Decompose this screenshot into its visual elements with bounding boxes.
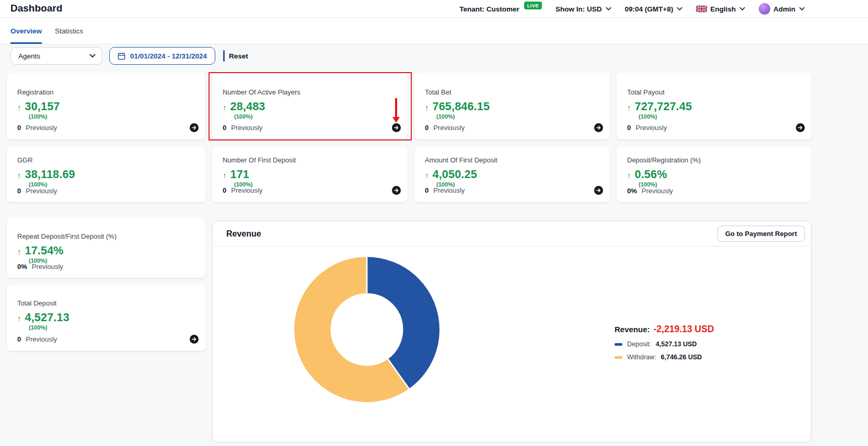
stat-card-number-of-first-deposit: Number Of First Deposit ↑171 (100%) 0Pre… (212, 147, 408, 202)
stat-card-registration: Registration ↑30,157 (100%) 0Previously (7, 73, 205, 139)
stat-card-title: Amount Of First Deposit (425, 156, 599, 164)
user-menu-dropdown[interactable]: Admin (759, 3, 805, 15)
go-to-detail-icon[interactable] (190, 123, 199, 132)
stat-card-title: Repeat Deposit/First Deposit (%) (17, 232, 195, 240)
revenue-panel-header: Revenue Go to Payment Report (213, 221, 811, 247)
stat-card-title: Deposit/Registration (%) (627, 156, 801, 164)
stat-card-title: Registration (17, 88, 195, 96)
stat-card-number-of-active-players: Number Of Active Players ↑28,483 (100%) … (212, 73, 408, 139)
previous-label: Previously (26, 124, 57, 132)
stat-card-percent: (100%) (234, 113, 397, 120)
revenue-panel: Revenue Go to Payment Report Revenue: -2… (212, 221, 812, 442)
trend-up-icon: ↑ (627, 171, 631, 180)
stat-card-value: 727,727.45 (635, 100, 692, 113)
stat-card-percent: (100%) (639, 113, 801, 120)
legend-item-withdraw: Withdraw: 6,746.26 USD (615, 354, 714, 361)
revenue-panel-title: Revenue (226, 229, 261, 239)
go-to-detail-icon[interactable] (392, 186, 401, 195)
chevron-down-icon (677, 7, 682, 11)
stat-card-percent: (100%) (436, 113, 599, 120)
withdraw-swatch (615, 356, 622, 359)
avatar (759, 3, 770, 15)
revenue-donut-chart (294, 257, 439, 402)
previous-label: Previously (231, 186, 262, 194)
uk-flag-icon (696, 5, 707, 13)
previous-value: 0% (627, 187, 637, 195)
chevron-down-icon (89, 54, 96, 58)
tab-overview[interactable]: Overview (10, 18, 42, 44)
currency-label: Show In: USD (555, 5, 602, 13)
previous-value: 0 (223, 124, 226, 132)
previous-label: Previously (642, 187, 673, 195)
deposit-swatch (615, 343, 622, 346)
trend-up-icon: ↑ (17, 247, 21, 256)
calendar-icon (118, 52, 125, 60)
trend-up-icon: ↑ (17, 103, 21, 112)
timezone-dropdown[interactable]: 09:04 (GMT+8) (625, 5, 683, 13)
tenant-label: Tenant: Customer (459, 5, 519, 13)
language-label: English (710, 5, 736, 13)
revenue-legend: Revenue: -2,219.13 USD Deposit: 4,527.13… (615, 324, 714, 361)
trend-up-icon: ↑ (425, 171, 429, 180)
tab-statistics[interactable]: Statistics (55, 18, 83, 44)
previous-label: Previously (32, 263, 63, 271)
trend-up-icon: ↑ (223, 103, 227, 112)
previous-value: 0 (223, 186, 226, 194)
trend-up-icon: ↑ (17, 314, 21, 323)
currency-dropdown[interactable]: Show In: USD (555, 5, 611, 13)
stat-card-ggr: GGR ↑38,118.69 (100%) 0Previously (7, 147, 205, 202)
go-to-detail-icon[interactable] (796, 123, 805, 132)
stat-card-repeat-deposit-first-deposit: Repeat Deposit/First Deposit (%) ↑17.54%… (7, 218, 205, 278)
page-title: Dashboard (10, 3, 62, 14)
stat-card-total-payout: Total Payout ↑727,727.45 (100%) 0Previou… (617, 73, 812, 139)
time-label: 09:04 (GMT+8) (625, 5, 674, 13)
stat-card-title: Total Bet (425, 88, 599, 96)
dashboard-page: Dashboard Tenant: Customer LIVE Show In:… (0, 0, 868, 446)
go-to-detail-icon[interactable] (392, 123, 401, 132)
reset-button[interactable]: Reset (229, 47, 248, 65)
stat-card-amount-of-first-deposit: Amount Of First Deposit ↑4,050.25 (100%)… (414, 147, 610, 202)
stat-card-total-bet: Total Bet ↑765,846.15 (100%) 0Previously (414, 73, 610, 139)
stat-card-percent: (100%) (29, 324, 195, 331)
stat-card-title: GGR (17, 156, 195, 164)
stat-card-value: 17.54% (25, 244, 64, 257)
previous-value: 0 (425, 124, 429, 132)
stat-card-value: 4,527.13 (25, 311, 70, 324)
trend-up-icon: ↑ (627, 103, 631, 112)
previous-label: Previously (26, 335, 57, 343)
chevron-down-icon (606, 7, 611, 11)
go-to-detail-icon[interactable] (190, 335, 199, 344)
top-bar-right: Tenant: Customer LIVE Show In: USD 09:04… (459, 0, 805, 18)
go-to-payment-report-button[interactable]: Go to Payment Report (717, 226, 805, 242)
stat-card-deposit-registration: Deposit/Registration (%) ↑0.56% (100%) 0… (617, 147, 812, 202)
user-label: Admin (773, 5, 795, 13)
previous-value: 0 (17, 124, 21, 132)
revenue-total-row: Revenue: -2,219.13 USD (615, 324, 714, 335)
language-dropdown[interactable]: English (696, 5, 745, 13)
agents-select-value: Agents (18, 52, 40, 60)
go-to-detail-icon[interactable] (594, 123, 603, 132)
trend-up-icon: ↑ (425, 103, 429, 112)
revenue-total-label: Revenue: (615, 325, 650, 334)
withdraw-value: 6,746.26 USD (661, 354, 702, 361)
chevron-down-icon (799, 7, 805, 11)
stat-card-value: 171 (230, 168, 249, 181)
donut-svg (294, 257, 439, 402)
date-range-picker[interactable]: 01/01/2024 - 12/31/2024 (109, 47, 215, 65)
previous-label: Previously (433, 124, 465, 132)
stat-card-value: 38,118.69 (25, 168, 75, 181)
withdraw-label: Withdraw: (627, 354, 656, 361)
chevron-down-icon (739, 7, 745, 11)
date-range-value: 01/01/2024 - 12/31/2024 (130, 52, 207, 60)
previous-label: Previously (26, 187, 57, 195)
live-badge: LIVE (524, 2, 542, 9)
top-bar: Dashboard Tenant: Customer LIVE Show In:… (0, 0, 868, 18)
legend-item-deposit: Deposit: 4,527.13 USD (615, 341, 714, 348)
filter-divider (223, 50, 225, 62)
previous-value: 0 (425, 186, 429, 194)
stat-card-value: 765,846.15 (433, 100, 490, 113)
go-to-detail-icon[interactable] (594, 186, 603, 195)
deposit-value: 4,527.13 USD (656, 341, 697, 348)
agents-select[interactable]: Agents (10, 47, 102, 65)
previous-label: Previously (433, 186, 465, 194)
